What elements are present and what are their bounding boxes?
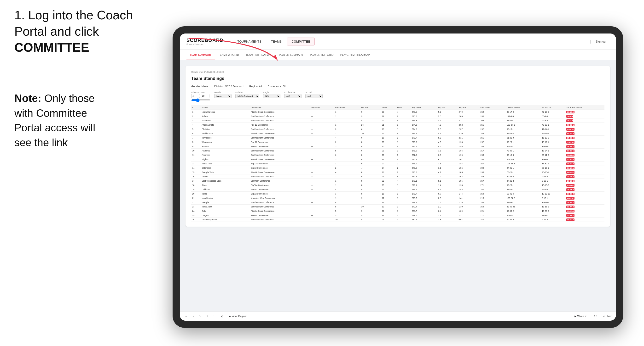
gender-select[interactable]: Men's Women's: [214, 94, 232, 98]
table-cell: 276.6: [411, 166, 437, 170]
sub-nav-player-h2h-heatmap[interactable]: PLAYER H2H HEATMAP: [337, 50, 373, 60]
table-cell: -3.5: [437, 162, 458, 166]
table-cell: 10-30-0: [566, 217, 604, 222]
table-cell: —: [310, 183, 334, 187]
table-cell: 276.3: [411, 170, 437, 174]
table-cell: —: [310, 131, 334, 136]
toolbar-fullscreen[interactable]: ⛶: [593, 314, 598, 318]
table-cell: 54-4-0: [566, 114, 604, 118]
region-select[interactable]: N/A All: [263, 94, 280, 98]
toolbar-bookmark[interactable]: □: [212, 314, 216, 318]
table-cell: 2: [396, 162, 411, 166]
table-cell: 1.86: [458, 149, 480, 153]
table-cell: 8: [360, 170, 381, 174]
table-cell: 24: [381, 187, 396, 192]
table-row: 16FloridaSoutheastern Conference—7924427…: [191, 174, 604, 179]
table-cell: 278.2: [411, 187, 437, 192]
table-cell: Georgia Tech: [201, 170, 250, 174]
table-cell: 12-14-1: [541, 127, 566, 131]
table-cell: 1.41: [458, 196, 480, 200]
min-rounds-input-2[interactable]: [201, 94, 210, 98]
table-cell: 82-18-3: [506, 153, 541, 157]
watch-button[interactable]: ▶ Watch ▼: [574, 315, 587, 318]
min-rounds-input-1[interactable]: [191, 94, 200, 98]
table-cell: -4.0: [437, 140, 458, 144]
toolbar-back[interactable]: ←: [184, 314, 189, 318]
table-cell: 72-30-1: [506, 149, 541, 153]
table-cell: Arizona: [201, 144, 250, 149]
table-cell: 40-33-2: [566, 162, 604, 166]
toolbar-clock[interactable]: ◐: [220, 314, 225, 318]
table-cell: 79-25-1: [566, 123, 604, 127]
table-cell: 1.53: [458, 187, 480, 192]
table-cell: 8: [191, 140, 201, 144]
table-cell: 23: [191, 205, 201, 209]
table-cell: Tennessee: [201, 136, 250, 140]
table-cell: 14-21-0: [541, 144, 566, 149]
toolbar-forward[interactable]: →: [191, 314, 196, 318]
table-cell: 1.28: [458, 183, 480, 187]
sub-nav-player-summary[interactable]: PLAYER SUMMARY: [276, 50, 307, 60]
table-cell: 15-32-2: [541, 162, 566, 166]
table-cell: 60-26-2: [566, 131, 604, 136]
share-button[interactable]: ⇗ Share: [603, 315, 612, 318]
table-cell: —: [310, 217, 334, 222]
table-cell: 22: [191, 200, 201, 205]
gender-filter: Gender: Men's: [191, 85, 208, 88]
col-avg-sg: Avg. SG: [437, 105, 458, 110]
col-rank: #: [191, 105, 201, 110]
min-rounds-slider[interactable]: [191, 98, 210, 102]
table-cell: Southeastern Conference: [250, 127, 310, 131]
table-cell: 21: [381, 213, 396, 217]
table-cell: 17: [381, 196, 396, 200]
table-cell: 271: [479, 213, 506, 217]
sub-nav-team-h2h-grid[interactable]: TEAM H2H GRID: [215, 50, 242, 60]
table-cell: Big 12 Conference: [250, 162, 310, 166]
table-cell: 9: [360, 110, 381, 114]
toolbar-refresh[interactable]: ↻: [198, 314, 203, 318]
sub-nav-team-h2h-heatmap[interactable]: TEAM H2H HEATMAP: [242, 50, 276, 60]
table-cell: 268: [479, 157, 506, 162]
table-cell: 2: [334, 140, 360, 144]
view-original[interactable]: ▶ View: Original: [229, 315, 246, 318]
table-cell: 269: [479, 205, 506, 209]
table-cell: 275.7: [411, 131, 437, 136]
table-cell: 18: [381, 136, 396, 140]
sign-out[interactable]: Sign out: [593, 38, 609, 45]
note-bold: Note:: [14, 92, 41, 104]
toolbar-divider-2: [227, 314, 227, 319]
toolbar-share-icon[interactable]: ⇧: [205, 314, 210, 318]
nav-tournaments[interactable]: TOURNAMENTS: [233, 38, 266, 45]
table-cell: 88-17-0: [506, 110, 541, 114]
conference-select[interactable]: (All): [284, 94, 302, 98]
watch-label: Watch: [577, 315, 584, 318]
table-cell: Arkansas: [201, 153, 250, 157]
sub-nav-player-h2h-grid[interactable]: PLAYER H2H GRID: [307, 50, 337, 60]
table-cell: North Carolina: [201, 110, 250, 114]
table-cell: Southeastern Conference: [250, 153, 310, 157]
table-cell: 6: [360, 149, 381, 153]
nav-teams[interactable]: TEAMS: [267, 38, 286, 45]
school-select[interactable]: (All): [305, 94, 322, 98]
nav-committee[interactable]: COMMITTEE: [287, 37, 315, 45]
table-cell: Florida State: [201, 131, 250, 136]
table-cell: 10: [360, 205, 381, 209]
table-cell: —: [310, 196, 334, 200]
table-cell: 8: [360, 153, 381, 157]
table-cell: -5.1: [437, 187, 458, 192]
table-cell: -0.7: [437, 192, 458, 196]
table-cell: 4: [396, 131, 411, 136]
table-cell: —: [310, 118, 334, 123]
table-cell: 9: [360, 114, 381, 118]
table-cell: 43-23-1: [541, 123, 566, 127]
table-cell: 279.4: [411, 205, 437, 209]
table-cell: 275.7: [411, 136, 437, 140]
table-cell: 80-25-2: [506, 174, 541, 179]
table-cell: 1: [334, 196, 360, 200]
table-cell: 63-15-1: [506, 127, 541, 131]
table-cell: 265: [479, 170, 506, 174]
division-select[interactable]: NCAA Division I: [235, 94, 259, 98]
table-cell: 21: [381, 157, 396, 162]
sub-nav-team-summary[interactable]: TEAM SUMMARY: [186, 50, 215, 60]
table-cell: 7: [334, 174, 360, 179]
